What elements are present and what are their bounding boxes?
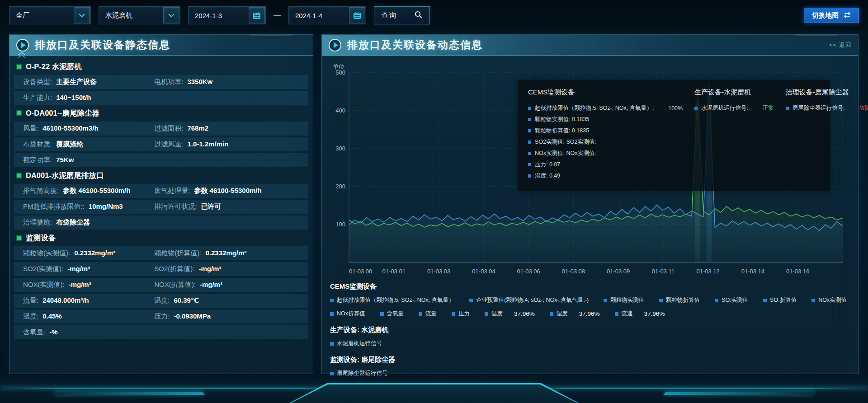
- info-row: 排气筒高度:参数 46100-55300m/h废气处理量:参数 46100-55…: [14, 184, 308, 198]
- green-square-icon: [17, 111, 21, 115]
- start-date-input[interactable]: 2024-1-3: [188, 6, 266, 24]
- field-label: 流量:: [23, 296, 38, 305]
- section-title-text: O-DA001--磨尾除尘器: [26, 108, 99, 118]
- legend-item[interactable]: SO:实测值: [715, 296, 748, 304]
- y-axis-unit-label: 单位: [333, 63, 344, 71]
- blue-square-icon: [419, 312, 422, 316]
- legend-item-label: 流速: [622, 310, 633, 318]
- tooltip-item-text: NOx实测值: NOx实测值:: [535, 150, 596, 157]
- svg-text:01-03 06: 01-03 06: [517, 268, 540, 275]
- calendar-icon[interactable]: [349, 7, 365, 23]
- field-label: 含氧量:: [23, 328, 45, 337]
- green-square-icon: [17, 65, 21, 69]
- svg-text:01-03 03: 01-03 03: [427, 268, 450, 275]
- tooltip-item: 磨尾除尘器运行信号:故障: [786, 103, 868, 114]
- legend-item[interactable]: 颗粒物折算值: [659, 296, 700, 304]
- legend-item[interactable]: NOx实测值: [811, 296, 847, 304]
- info-row: 颗粒物(实测值):0.2332mg/m³颗粒物(折算值):0.2332mg/m³: [14, 246, 308, 260]
- calendar-icon[interactable]: [249, 7, 265, 23]
- section-title-text: DA001-水泥磨尾排放口: [26, 171, 104, 181]
- field-label: NOX(实测值):: [23, 281, 65, 289]
- section-title: DA001-水泥磨尾排放口: [14, 169, 308, 182]
- legend-item[interactable]: SO:折算值: [763, 296, 797, 304]
- tooltip-column-title: 治理设备-磨尾除尘器: [786, 88, 868, 97]
- field-label: 颗粒物(折算值):: [154, 249, 201, 258]
- blue-square-icon: [485, 312, 488, 316]
- legend-item[interactable]: 压力: [452, 310, 470, 318]
- field-value: 140~150t/h: [56, 94, 91, 101]
- deco-line-right: [538, 388, 868, 389]
- green-square-icon: [17, 236, 21, 240]
- legend-monitor-title: 监测设备: 磨尾除尘器: [330, 356, 849, 364]
- tooltip-item-text: 湿度: 0.49: [535, 172, 560, 180]
- legend-item[interactable]: 流量: [419, 310, 437, 318]
- plant-select[interactable]: 全厂: [9, 6, 91, 24]
- legend-item[interactable]: 含氧量: [380, 310, 404, 318]
- svg-text:01-03 00: 01-03 00: [349, 268, 372, 275]
- dynamic-panel-title: 排放口及关联设备动态信息: [347, 38, 483, 52]
- chevron-down-icon[interactable]: [74, 7, 90, 23]
- field-value: 参数 46100-55300m/h: [63, 187, 130, 195]
- query-button[interactable]: 查询: [374, 6, 430, 24]
- field-value: 布袋除尘器: [56, 218, 90, 227]
- legend-item[interactable]: 超低排放限值（颗拉物:5: SOz-; NOx; 含氧量）: [330, 296, 454, 304]
- tooltip-column-cems: CEMS监测设备超低排放限值（颗拉物:5: SOz-; NOx; 含氧量）:10…: [528, 88, 683, 183]
- info-cell: NOX(实测值):-mg/m³: [23, 281, 154, 289]
- deco-wing-left: [53, 392, 204, 395]
- field-value: 1.0-1.2m/min: [187, 140, 228, 148]
- info-row: 布袋材质:覆膜涤纶过滤风速:1.0-1.2m/min: [14, 137, 308, 151]
- static-panel-header: 排放口及关联设备静态信息: [9, 35, 313, 56]
- legend-item-label: SO:实测值: [722, 296, 748, 304]
- bottom-decoration: [0, 374, 868, 403]
- info-row: 额定功率:75Kw: [14, 153, 308, 167]
- blue-square-icon: [528, 174, 531, 178]
- device-select[interactable]: 水泥磨机: [99, 6, 180, 24]
- svg-text:400: 400: [335, 107, 345, 114]
- info-row: PM超低排排放限值::10mg/Nm3排污许可状况:已许可: [14, 200, 308, 214]
- legend-item[interactable]: 流速37.96%: [615, 310, 665, 318]
- chevron-down-icon[interactable]: [163, 7, 179, 23]
- blue-square-icon: [615, 312, 618, 316]
- info-cell: 设备类型:主要生产设备: [23, 78, 154, 86]
- field-label: PM超低排排放限值::: [23, 202, 85, 211]
- legend-row: 超低排放限值（颗拉物:5: SOz-; NOx; 含氧量）企业预警值(颗粒物:4…: [330, 296, 849, 304]
- date-range-separator: —: [274, 11, 281, 19]
- end-date-input[interactable]: 2024-1-4: [288, 6, 366, 24]
- legend-production: 生产设备: 水泥磨机水泥磨机运行信号: [329, 326, 849, 347]
- svg-text:300: 300: [335, 145, 345, 152]
- dynamic-info-panel: 排放口及关联设备动态信息 << 返回 单位 10020030040050001-…: [321, 34, 859, 374]
- switch-map-button[interactable]: 切换地图: [804, 8, 859, 23]
- double-chevron-up-icon: [17, 52, 27, 58]
- field-label: 压力:: [154, 312, 170, 321]
- tooltip-item: 湿度: 0.49: [528, 170, 683, 182]
- legend-item[interactable]: 湿度37.96%: [550, 310, 600, 318]
- info-cell: SO2(折算值):-mg/m³: [154, 265, 221, 273]
- field-value: 0.2332mg/m³: [74, 249, 115, 257]
- info-row: 含氧量:-%: [14, 325, 308, 339]
- legend-item[interactable]: 企业预警值(颗粒物:4; sOz-; NOx-;含氧气量:-): [469, 296, 589, 304]
- field-label: 治理措施:: [23, 218, 52, 227]
- legend-item[interactable]: 颗粒物实测值: [604, 296, 644, 304]
- tooltip-item-text: 颗粒物实测值: 0.1835: [535, 116, 589, 123]
- tooltip-column-title: CEMS监测设备: [528, 88, 683, 97]
- emissions-line-chart[interactable]: 单位 10020030040050001-03 0001-03 0101-03 …: [329, 66, 849, 279]
- legend-item-label: 超低排放限值（颗拉物:5: SOz-; NOx; 含氧量）: [337, 296, 454, 304]
- info-cell: NOX(折算值):-mg/m³: [154, 281, 222, 289]
- info-cell: 含氧量:-%: [23, 328, 308, 337]
- blue-square-icon: [604, 299, 607, 302]
- info-row: NOX(实测值):-mg/m³NOX(折算值):-mg/m³: [14, 278, 308, 292]
- field-value: 已许可: [201, 202, 221, 211]
- legend-item-label: 流量: [425, 310, 437, 318]
- legend-item[interactable]: 温度37.96%: [485, 310, 535, 318]
- legend-item[interactable]: NOx折算值: [330, 310, 365, 318]
- info-cell: 额定功率:75Kw: [23, 156, 308, 164]
- tooltip-item-text: 压力: 0.07: [535, 161, 560, 169]
- legend-item[interactable]: 水泥磨机运行信号: [330, 340, 382, 347]
- svg-text:200: 200: [335, 183, 345, 190]
- field-label: SO2(实测值):: [23, 265, 63, 273]
- back-link[interactable]: << 返回: [829, 41, 852, 49]
- dynamic-panel-header: 排放口及关联设备动态信息 << 返回: [322, 35, 858, 56]
- field-label: 设备类型:: [23, 78, 52, 86]
- section-title: 监测设备: [14, 231, 308, 244]
- legend-item-label: 颗粒物折算值: [666, 296, 700, 304]
